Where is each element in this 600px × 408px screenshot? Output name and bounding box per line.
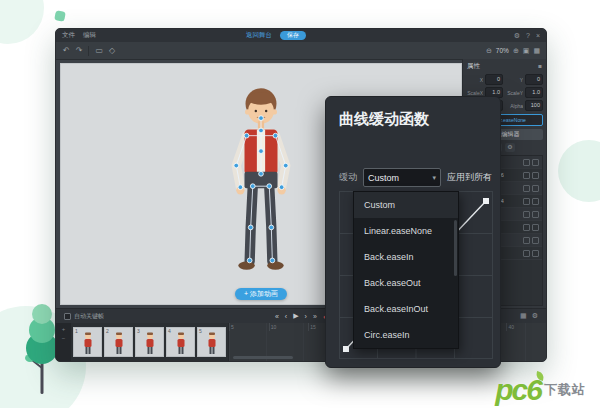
next-frame-icon[interactable]: › bbox=[305, 313, 307, 320]
play-icon[interactable]: ▶ bbox=[293, 312, 298, 320]
curve-handle-end bbox=[483, 198, 489, 204]
save-button[interactable]: 保存 bbox=[280, 31, 306, 40]
apply-to-all-button[interactable]: 应用到所有 bbox=[447, 171, 492, 184]
frame-thumbnail[interactable]: 2 bbox=[104, 327, 133, 357]
checkbox-icon[interactable] bbox=[64, 313, 71, 320]
lock-icon[interactable] bbox=[532, 250, 539, 257]
lock-icon[interactable] bbox=[532, 224, 539, 231]
menu-file[interactable]: 文件 bbox=[62, 31, 75, 40]
watermark-label: 下载站 bbox=[544, 381, 586, 399]
easing-controls: 缓动 Custom ▾ 应用到所有 bbox=[339, 168, 492, 187]
chevron-down-icon: ▾ bbox=[432, 174, 436, 182]
add-animation-button[interactable]: + 添加动画 bbox=[235, 288, 287, 300]
gear-icon[interactable]: ⚙ bbox=[514, 32, 520, 40]
field-label: Alpha bbox=[506, 103, 523, 109]
easing-label: 缓动 bbox=[339, 171, 357, 184]
easing-dialog: 曲线缓动函数 缓动 Custom ▾ bbox=[325, 96, 501, 368]
easing-option[interactable]: Circ.easeIn bbox=[354, 322, 458, 348]
visibility-icon[interactable] bbox=[523, 198, 530, 205]
timeline-options: ▦ ⚙ bbox=[520, 312, 538, 320]
menu-edit[interactable]: 编辑 bbox=[83, 31, 96, 40]
field-label: ScaleX bbox=[466, 90, 483, 96]
frame-thumbnails: 1 2 3 4 5 bbox=[71, 323, 228, 361]
y-field[interactable]: 0 bbox=[525, 74, 543, 85]
frame-thumbnail[interactable]: 4 bbox=[166, 327, 195, 357]
decor-square bbox=[54, 10, 66, 22]
zoom-controls: ⊖ 70% ⊕ ▣ ▦ bbox=[486, 42, 540, 59]
desktop-background: 文件 编辑 返回舞台 保存 ⚙ ? × ↶ ↷ ▭ ◇ ⊖ 70% ⊕ ▣ bbox=[0, 0, 600, 408]
frame-thumbnail[interactable]: 5 bbox=[197, 327, 226, 357]
character-figure[interactable] bbox=[179, 83, 344, 314]
playback-controls: « ‹ ▶ › » ● bbox=[275, 312, 327, 320]
toolbar-divider bbox=[88, 46, 89, 56]
x-field[interactable]: 0 bbox=[485, 74, 503, 85]
toolbar: ↶ ↷ ▭ ◇ ⊖ 70% ⊕ ▣ ▦ bbox=[56, 42, 546, 60]
lock-icon[interactable] bbox=[532, 198, 539, 205]
easing-option[interactable]: Linear.easeNone bbox=[354, 218, 458, 244]
back-to-stage-link[interactable]: 返回舞台 bbox=[246, 31, 272, 40]
scaley-field[interactable]: 1.0 bbox=[525, 87, 543, 98]
visibility-icon[interactable] bbox=[523, 172, 530, 179]
panel-menu-icon[interactable]: ≡ bbox=[538, 63, 542, 70]
tab-settings-icon[interactable]: ⚙ bbox=[505, 143, 515, 152]
auto-keyframe-toggle[interactable]: 自动关键帧 bbox=[64, 312, 104, 321]
visibility-icon[interactable] bbox=[523, 237, 530, 244]
pc6-watermark: pc6 下载站 bbox=[495, 377, 586, 402]
redo-icon[interactable]: ↷ bbox=[76, 46, 83, 55]
alpha-field[interactable]: 100 bbox=[525, 100, 543, 111]
ruler-number: 10 bbox=[269, 323, 309, 331]
visibility-icon[interactable] bbox=[523, 250, 530, 257]
help-icon[interactable]: ? bbox=[526, 32, 530, 39]
field-label: X bbox=[466, 77, 483, 83]
easing-dropdown[interactable]: Custom ▾ bbox=[363, 168, 441, 187]
decor-circle-topleft bbox=[0, 0, 44, 44]
zoom-level: 70% bbox=[496, 47, 509, 54]
auto-keyframe-label: 自动关键帧 bbox=[74, 312, 104, 321]
lock-icon[interactable] bbox=[532, 159, 539, 166]
remove-frame-icon[interactable]: − bbox=[62, 335, 66, 341]
titlebar: 文件 编辑 返回舞台 保存 ⚙ ? × bbox=[56, 29, 546, 42]
curve-handle-start bbox=[343, 346, 349, 352]
gear-icon[interactable]: ⚙ bbox=[532, 312, 538, 320]
frames-gutter: + − bbox=[56, 323, 71, 361]
dialog-title: 曲线缓动函数 bbox=[326, 97, 500, 129]
add-frame-icon[interactable]: + bbox=[62, 326, 66, 332]
fit-view-icon[interactable]: ▣ bbox=[523, 47, 530, 55]
visibility-icon[interactable] bbox=[523, 185, 530, 192]
easing-option[interactable]: Custom bbox=[354, 192, 458, 218]
easing-option[interactable]: Back.easeOut bbox=[354, 270, 458, 296]
grid-toggle-icon[interactable]: ▦ bbox=[533, 47, 540, 55]
visibility-icon[interactable] bbox=[523, 159, 530, 166]
ruler-number: 40 bbox=[506, 323, 546, 331]
easing-dropdown-value: Custom bbox=[368, 173, 399, 183]
undo-icon[interactable]: ↶ bbox=[63, 46, 70, 55]
visibility-icon[interactable] bbox=[523, 224, 530, 231]
field-label: ScaleY bbox=[506, 90, 523, 96]
easing-option[interactable]: Back.easeInOut bbox=[354, 296, 458, 322]
select-tool-icon[interactable]: ▭ bbox=[95, 46, 103, 55]
skip-start-icon[interactable]: « bbox=[275, 313, 279, 320]
lock-icon[interactable] bbox=[532, 185, 539, 192]
timeline-scrollbar[interactable] bbox=[233, 356, 293, 359]
frame-thumbnail[interactable]: 3 bbox=[135, 327, 164, 357]
skip-end-icon[interactable]: » bbox=[313, 313, 317, 320]
easing-options-list: Custom Linear.easeNone Back.easeIn Back.… bbox=[353, 191, 459, 349]
lock-icon[interactable] bbox=[532, 237, 539, 244]
grid-icon[interactable]: ▦ bbox=[520, 312, 527, 320]
decor-circle-right bbox=[558, 140, 600, 202]
field-label: Y bbox=[506, 77, 523, 83]
titlebar-center: 返回舞台 保存 bbox=[246, 29, 306, 42]
zoom-out-icon[interactable]: ⊖ bbox=[486, 47, 492, 55]
visibility-icon[interactable] bbox=[523, 211, 530, 218]
close-icon[interactable]: × bbox=[536, 32, 540, 39]
frame-thumbnail[interactable]: 1 bbox=[73, 327, 102, 357]
prev-frame-icon[interactable]: ‹ bbox=[285, 313, 287, 320]
zoom-in-icon[interactable]: ⊕ bbox=[513, 47, 519, 55]
ruler-number: 5 bbox=[229, 323, 269, 331]
lock-icon[interactable] bbox=[532, 172, 539, 179]
titlebar-icons: ⚙ ? × bbox=[514, 29, 540, 42]
shape-tool-icon[interactable]: ◇ bbox=[109, 46, 115, 55]
lock-icon[interactable] bbox=[532, 211, 539, 218]
properties-panel-title: 属性 bbox=[467, 62, 480, 71]
easing-option[interactable]: Back.easeIn bbox=[354, 244, 458, 270]
